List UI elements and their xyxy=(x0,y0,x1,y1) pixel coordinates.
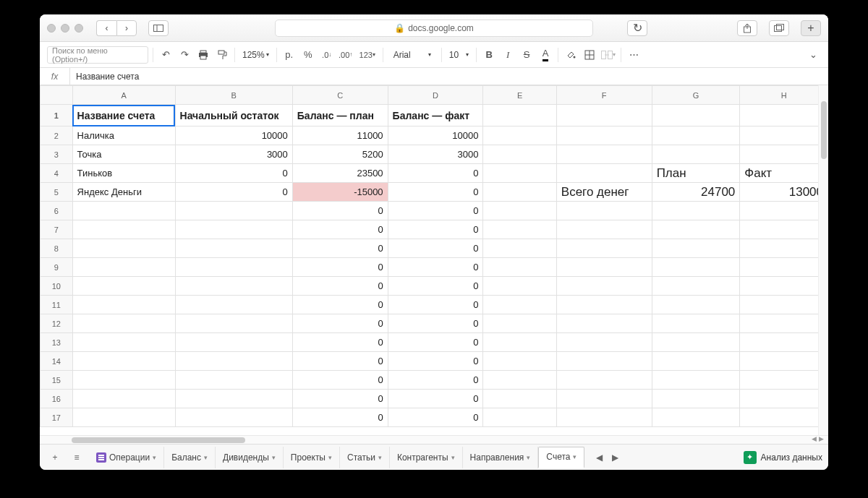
cell[interactable]: 10000 xyxy=(388,126,483,145)
row-header[interactable]: 2 xyxy=(41,126,73,145)
cell[interactable]: 0 xyxy=(292,390,388,408)
cell[interactable] xyxy=(175,352,292,371)
cell[interactable] xyxy=(556,333,652,352)
cell[interactable] xyxy=(483,333,556,352)
cell[interactable] xyxy=(652,390,740,408)
menu-search[interactable]: Поиск по меню (Option+/) xyxy=(47,46,148,64)
cell[interactable] xyxy=(740,258,828,277)
cell[interactable]: 0 xyxy=(388,390,483,408)
col-header-A[interactable]: A xyxy=(72,86,175,105)
cell[interactable] xyxy=(740,371,828,390)
zoom-icon[interactable] xyxy=(75,24,83,33)
sheet-tab-Проекты[interactable]: Проекты▾ xyxy=(284,447,340,468)
cell[interactable]: 0 xyxy=(388,277,483,296)
minimize-icon[interactable] xyxy=(61,24,69,33)
sheet-tab-Статьи[interactable]: Статьи▾ xyxy=(340,447,390,468)
cell[interactable]: 0 xyxy=(388,408,483,427)
cell[interactable] xyxy=(72,239,175,258)
cell[interactable]: 0 xyxy=(292,371,388,390)
cell[interactable] xyxy=(175,333,292,352)
expand-toolbar-button[interactable]: ⌄ xyxy=(805,46,821,64)
cell[interactable] xyxy=(652,277,740,296)
tab-next-button[interactable]: ▶ xyxy=(608,452,622,463)
row-header[interactable]: 10 xyxy=(41,277,73,296)
cell[interactable] xyxy=(556,390,652,408)
increase-decimal-button[interactable]: .00↑ xyxy=(338,46,354,64)
cell[interactable]: Наличка xyxy=(72,126,175,145)
horizontal-scrollbar[interactable]: ◀ ▶ xyxy=(40,435,828,444)
cell[interactable]: 0 xyxy=(292,333,388,352)
all-sheets-button[interactable]: ≡ xyxy=(67,448,86,467)
cell[interactable]: 13000 xyxy=(740,183,828,202)
cell[interactable] xyxy=(483,371,556,390)
cell[interactable]: План xyxy=(652,164,740,183)
cell[interactable] xyxy=(740,220,828,239)
cell[interactable]: Тиньков xyxy=(72,164,175,183)
row-header[interactable]: 1 xyxy=(41,105,73,126)
cell[interactable]: 0 xyxy=(292,296,388,314)
font-size-select[interactable]: 10▾ xyxy=(446,50,472,60)
reload-button[interactable]: ↻ xyxy=(627,20,647,36)
row-header[interactable]: 12 xyxy=(41,314,73,333)
cell[interactable] xyxy=(483,314,556,333)
cell[interactable]: 0 xyxy=(292,239,388,258)
cell[interactable] xyxy=(483,145,556,164)
col-header-E[interactable]: E xyxy=(483,86,556,105)
cell[interactable] xyxy=(483,183,556,202)
cell[interactable]: 0 xyxy=(388,239,483,258)
cell[interactable]: 3000 xyxy=(175,145,292,164)
cell[interactable]: 0 xyxy=(292,220,388,239)
cell[interactable] xyxy=(740,296,828,314)
row-header[interactable]: 11 xyxy=(41,296,73,314)
cell[interactable] xyxy=(175,258,292,277)
cell[interactable] xyxy=(652,314,740,333)
url-bar[interactable]: 🔒 docs.google.com xyxy=(275,20,593,37)
cell[interactable] xyxy=(556,220,652,239)
row-header[interactable]: 14 xyxy=(41,352,73,371)
cell[interactable]: 0 xyxy=(388,352,483,371)
cell[interactable] xyxy=(652,258,740,277)
cell[interactable]: 0 xyxy=(292,314,388,333)
cell[interactable]: -15000 xyxy=(292,183,388,202)
cell[interactable] xyxy=(483,126,556,145)
cell[interactable] xyxy=(556,314,652,333)
formula-input[interactable]: Название счета xyxy=(70,72,828,82)
cell[interactable]: 23500 xyxy=(292,164,388,183)
italic-button[interactable]: I xyxy=(500,46,516,64)
forward-button[interactable]: › xyxy=(116,20,137,36)
cell[interactable] xyxy=(175,202,292,220)
paint-format-button[interactable] xyxy=(214,46,230,64)
cell[interactable]: 0 xyxy=(292,258,388,277)
cell[interactable] xyxy=(175,220,292,239)
cell[interactable]: 0 xyxy=(388,314,483,333)
cell[interactable]: 24700 xyxy=(652,183,740,202)
cell[interactable]: 11000 xyxy=(292,126,388,145)
sheet-tab-Контрагенты[interactable]: Контрагенты▾ xyxy=(390,447,463,468)
cell[interactable] xyxy=(556,164,652,183)
row-header[interactable]: 17 xyxy=(41,408,73,427)
cell[interactable] xyxy=(483,390,556,408)
sheet-tab-Дивиденды[interactable]: Дивиденды▾ xyxy=(216,447,284,468)
cell[interactable]: 0 xyxy=(292,408,388,427)
cell[interactable] xyxy=(652,126,740,145)
share-icon[interactable] xyxy=(737,20,757,36)
font-select[interactable]: Arial▾ xyxy=(388,50,437,60)
cell[interactable]: 0 xyxy=(388,202,483,220)
cell[interactable] xyxy=(72,220,175,239)
row-header[interactable]: 16 xyxy=(41,390,73,408)
explore-button[interactable]: ✦ Анализ данных xyxy=(744,451,822,464)
cell[interactable] xyxy=(652,333,740,352)
cell[interactable] xyxy=(740,408,828,427)
row-header[interactable]: 15 xyxy=(41,371,73,390)
cell[interactable] xyxy=(72,202,175,220)
cell[interactable] xyxy=(72,371,175,390)
cell[interactable] xyxy=(175,296,292,314)
cell[interactable] xyxy=(740,202,828,220)
cell[interactable] xyxy=(556,202,652,220)
select-all-cell[interactable] xyxy=(41,86,73,105)
col-header-G[interactable]: G xyxy=(652,86,740,105)
cell[interactable]: Начальный остаток xyxy=(175,105,292,126)
cell[interactable]: 0 xyxy=(388,333,483,352)
row-header[interactable]: 9 xyxy=(41,258,73,277)
cell[interactable] xyxy=(556,145,652,164)
